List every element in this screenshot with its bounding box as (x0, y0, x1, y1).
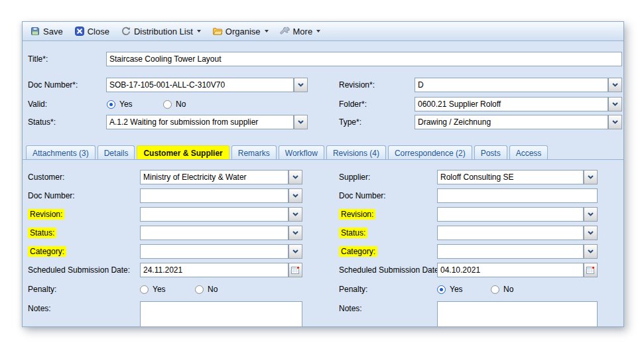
supplier-dropdown-button[interactable] (584, 170, 598, 184)
status-input[interactable] (106, 115, 294, 129)
type-dropdown-button[interactable] (608, 115, 622, 129)
chevron-down-icon (612, 120, 618, 124)
supplier-status-dropdown-button[interactable] (584, 226, 598, 240)
status-dropdown-button[interactable] (294, 115, 308, 129)
customer-status-dropdown-button[interactable] (289, 226, 302, 240)
folder-input[interactable] (415, 97, 608, 111)
tab-attachments[interactable]: Attachments (3) (26, 145, 96, 160)
supplier-penalty-no-radio[interactable] (491, 285, 499, 294)
doc-number-label: Doc Number*: (28, 78, 78, 92)
type-label: Type*: (339, 115, 361, 129)
revision-dropdown-button[interactable] (608, 78, 622, 92)
supplier-notes-textarea[interactable] (437, 301, 598, 327)
type-input[interactable] (415, 115, 608, 129)
customer-status-combo (140, 226, 302, 240)
title-input[interactable] (106, 52, 622, 66)
more-button[interactable]: More (277, 25, 324, 38)
supplier-submission-date-label-text: Scheduled Submission Date: (339, 265, 441, 275)
organise-icon (212, 26, 223, 36)
customer-doc-number-combo (140, 188, 302, 203)
dropdown-caret-icon (316, 30, 320, 33)
customer-penalty-no-option[interactable]: No (195, 282, 218, 297)
calendar-icon (586, 265, 596, 275)
save-button[interactable]: Save (27, 25, 66, 38)
supplier-submission-date-input[interactable] (437, 263, 584, 277)
folder-label-text: Folder*: (339, 100, 367, 109)
customer-submission-date-label: Scheduled Submission Date: (28, 263, 130, 277)
doc-number-combo (106, 78, 308, 92)
supplier-input[interactable] (437, 170, 584, 184)
supplier-revision-input[interactable] (437, 207, 584, 222)
tab-details[interactable]: Details (97, 145, 135, 160)
supplier-penalty-yes-label: Yes (450, 285, 463, 294)
customer-input[interactable] (140, 170, 289, 184)
supplier-doc-number-label: Doc Number: (339, 188, 386, 203)
valid-label: Valid: (28, 97, 47, 111)
chevron-down-icon (292, 212, 298, 216)
tab-correspondence[interactable]: Correspondence (2) (388, 145, 472, 160)
dropdown-caret-icon (197, 30, 201, 33)
supplier-category-input[interactable] (437, 244, 584, 259)
valid-no-option[interactable]: No (163, 97, 186, 111)
chevron-down-icon (588, 249, 594, 253)
customer-revision-input[interactable] (140, 207, 289, 222)
customer-label-text: Customer: (28, 173, 64, 182)
customer-penalty-yes-option[interactable]: Yes (140, 282, 166, 297)
customer-revision-label-text: Revision: (28, 209, 64, 220)
valid-yes-option[interactable]: Yes (107, 97, 133, 111)
supplier-date-picker-button[interactable] (584, 263, 598, 277)
supplier-status-input[interactable] (437, 226, 584, 240)
close-button[interactable]: Close (71, 25, 113, 38)
doc-number-dropdown-button[interactable] (294, 78, 308, 92)
supplier-penalty-yes-option[interactable]: Yes (437, 282, 463, 297)
supplier-doc-number-label-text: Doc Number: (339, 191, 386, 200)
doc-number-input[interactable] (106, 78, 294, 92)
customer-revision-label: Revision: (28, 207, 64, 222)
customer-submission-date-input[interactable] (140, 263, 289, 277)
supplier-category-dropdown-button[interactable] (584, 244, 598, 259)
valid-yes-radio[interactable] (107, 100, 115, 109)
customer-status-label: Status: (28, 226, 56, 240)
customer-penalty-yes-label: Yes (153, 285, 166, 294)
tab-revisions[interactable]: Revisions (4) (326, 145, 386, 160)
tab-posts[interactable]: Posts (474, 145, 507, 160)
tab-workflow[interactable]: Workflow (279, 145, 324, 160)
customer-doc-number-dropdown-button[interactable] (289, 188, 302, 203)
tab-customer-supplier[interactable]: Customer & Supplier (137, 145, 229, 160)
customer-status-input[interactable] (140, 226, 289, 240)
customer-category-dropdown-button[interactable] (289, 244, 302, 259)
supplier-penalty-no-option[interactable]: No (491, 282, 513, 297)
valid-no-radio[interactable] (163, 100, 172, 109)
organise-button-label: Organise (225, 27, 261, 36)
tab-remarks[interactable]: Remarks (231, 145, 277, 160)
valid-yes-label: Yes (119, 100, 133, 109)
customer-date-picker-button[interactable] (289, 263, 302, 277)
supplier-doc-number-input[interactable] (437, 188, 598, 203)
tab-access[interactable]: Access (509, 145, 548, 160)
customer-revision-dropdown-button[interactable] (289, 207, 302, 222)
organise-button[interactable]: Organise (209, 25, 272, 38)
distribution-list-button[interactable]: Distribution List (117, 25, 204, 38)
supplier-penalty-yes-radio[interactable] (437, 285, 446, 294)
chevron-down-icon (292, 175, 298, 179)
customer-notes-textarea[interactable] (140, 301, 302, 327)
supplier-category-label: Category: (339, 244, 377, 259)
supplier-revision-label: Revision: (339, 207, 375, 222)
status-combo (106, 115, 308, 129)
customer-category-input[interactable] (140, 244, 289, 259)
supplier-penalty-label: Penalty: (339, 282, 367, 297)
more-icon (280, 26, 290, 36)
customer-label: Customer: (28, 170, 64, 184)
supplier-penalty-no-label: No (503, 285, 513, 294)
supplier-submission-date-field (437, 263, 598, 277)
supplier-revision-combo (437, 207, 598, 222)
supplier-revision-dropdown-button[interactable] (584, 207, 598, 222)
revision-input[interactable] (415, 78, 608, 92)
revision-combo (415, 78, 622, 92)
folder-dropdown-button[interactable] (608, 97, 622, 111)
supplier-status-combo (437, 226, 598, 240)
customer-penalty-yes-radio[interactable] (140, 285, 149, 294)
customer-dropdown-button[interactable] (289, 170, 302, 184)
customer-doc-number-input[interactable] (140, 188, 289, 203)
customer-penalty-no-radio[interactable] (195, 285, 204, 294)
